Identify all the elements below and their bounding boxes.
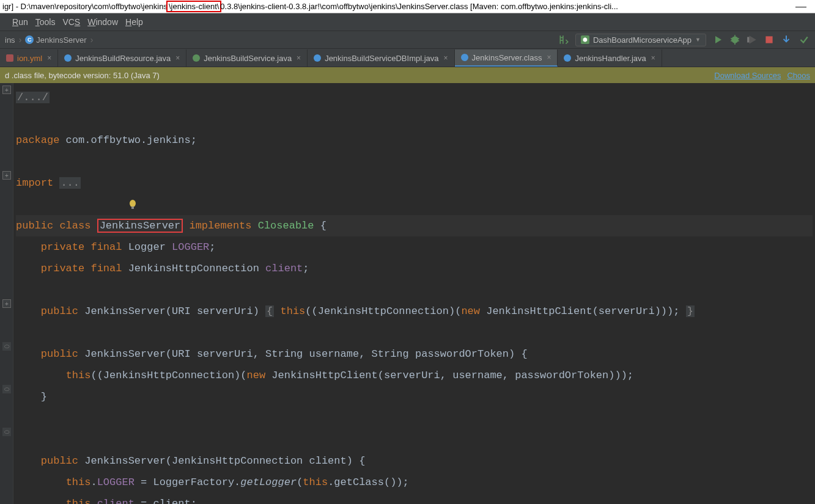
choose-sources-link[interactable]: Choos (787, 71, 810, 80)
run-button[interactable] (712, 34, 723, 45)
close-icon[interactable]: × (297, 54, 301, 62)
breadcrumb-text: ins (5, 35, 15, 45)
decompiled-info-bar: d .class file, bytecode version: 51.0 (J… (0, 67, 815, 83)
close-icon[interactable]: × (651, 54, 655, 62)
tab-item-active[interactable]: JenkinsServer.class × (455, 49, 558, 67)
svg-rect-2 (765, 36, 772, 43)
window-title-bar: igr] - D:\maven\repository\com\offbytwo\… (0, 0, 815, 13)
code-content: /.../ package com.offbytwo.jenkins; impo… (13, 83, 815, 504)
chevron-right-icon: › (90, 35, 94, 45)
class-name-highlight: JenkinsServer (97, 219, 183, 233)
svg-point-3 (130, 200, 136, 207)
tab-item[interactable]: JenkinsBuildResource.java × (58, 49, 186, 67)
tab-label: JenkinsBuildServiceDBImpl.java (325, 54, 438, 63)
tab-item[interactable]: ion.yml × (0, 49, 58, 67)
override-icon[interactable]: ⬭ (2, 385, 11, 393)
menu-tools[interactable]: Tools (35, 17, 56, 27)
tab-label: JenkinsBuildService.java (204, 54, 292, 63)
fold-toggle-icon[interactable]: + (2, 171, 11, 180)
vcs-update-icon[interactable] (781, 34, 792, 45)
download-sources-link[interactable]: Download Sources (714, 71, 781, 80)
fold-toggle-icon[interactable]: + (2, 86, 11, 94)
editor-gutter: + + + ⬭ ⬭ ⬭ (0, 83, 13, 504)
tab-item[interactable]: JenkinsBuildServiceDBImpl.java × (308, 49, 454, 67)
breadcrumb-text: JenkinsServer (36, 35, 86, 45)
chevron-right-icon: › (19, 35, 22, 45)
class-icon: C (25, 35, 34, 44)
menu-vcs[interactable]: VCS (62, 17, 80, 27)
debug-button[interactable] (729, 34, 740, 45)
run-configuration-dropdown[interactable]: ⬢ DashBoardMicroserviceApp ▼ (575, 34, 706, 46)
close-icon[interactable]: × (547, 53, 551, 62)
title-suffix: 0.3.8\jenkins-client-0.3.8.jar!\com\offb… (220, 2, 618, 11)
class-file-locked-icon (461, 54, 468, 61)
override-icon[interactable]: ⬭ (2, 342, 11, 351)
run-config-label: DashBoardMicroserviceApp (593, 35, 691, 45)
tab-label: ion.yml (17, 54, 42, 63)
nav-toolbar: ins › C JenkinsServer › ⬢ DashBoardMicro… (0, 31, 815, 49)
tab-label: JenkinsHandler.java (575, 54, 646, 63)
tab-item[interactable]: JenkinsHandler.java × (558, 49, 662, 67)
menu-run[interactable]: Run (12, 17, 28, 27)
build-icon[interactable] (558, 34, 569, 45)
close-icon[interactable]: × (47, 54, 51, 62)
title-prefix: igr] - D:\maven\repository\com\offbytwo\… (2, 2, 168, 11)
menu-help[interactable]: Help (125, 17, 143, 27)
svg-point-0 (731, 36, 738, 43)
coverage-button[interactable] (747, 34, 758, 45)
tab-label: JenkinsBuildResource.java (75, 54, 171, 63)
intention-bulb-icon[interactable] (128, 199, 137, 210)
editor-tabs: ion.yml × JenkinsBuildResource.java × Je… (0, 49, 815, 67)
close-icon[interactable]: × (444, 54, 448, 62)
fold-toggle-icon[interactable]: + (2, 299, 11, 308)
main-menu-bar: Run Tools VCS Window Help (0, 13, 815, 31)
breadcrumbs: ins › C JenkinsServer › (0, 34, 95, 46)
tab-label: JenkinsServer.class (472, 53, 542, 62)
breadcrumb-item[interactable]: C JenkinsServer (23, 34, 89, 46)
override-icon[interactable]: ⬭ (2, 428, 11, 436)
svg-rect-1 (747, 37, 749, 43)
title-highlight: \jenkins-client\ (166, 1, 221, 12)
code-editor[interactable]: + + + ⬭ ⬭ ⬭ /.../ package com.offbytwo.j… (0, 83, 815, 504)
close-icon[interactable]: × (175, 54, 180, 62)
svg-rect-4 (131, 206, 134, 209)
spring-boot-icon: ⬢ (581, 35, 589, 44)
info-bar-text: d .class file, bytecode version: 51.0 (J… (5, 71, 160, 80)
interface-file-icon (193, 54, 200, 62)
class-file-icon (314, 54, 321, 62)
class-file-icon (564, 54, 571, 62)
chevron-down-icon: ▼ (695, 37, 701, 43)
class-file-icon (64, 54, 72, 62)
yaml-file-icon (6, 54, 13, 62)
menu-window[interactable]: Window (87, 17, 118, 27)
minimize-icon[interactable]: — (789, 0, 813, 13)
stop-button[interactable] (764, 34, 775, 45)
breadcrumb-item[interactable]: ins (2, 34, 18, 46)
tab-item[interactable]: JenkinsBuildService.java × (186, 49, 308, 67)
vcs-commit-icon[interactable] (798, 34, 809, 45)
